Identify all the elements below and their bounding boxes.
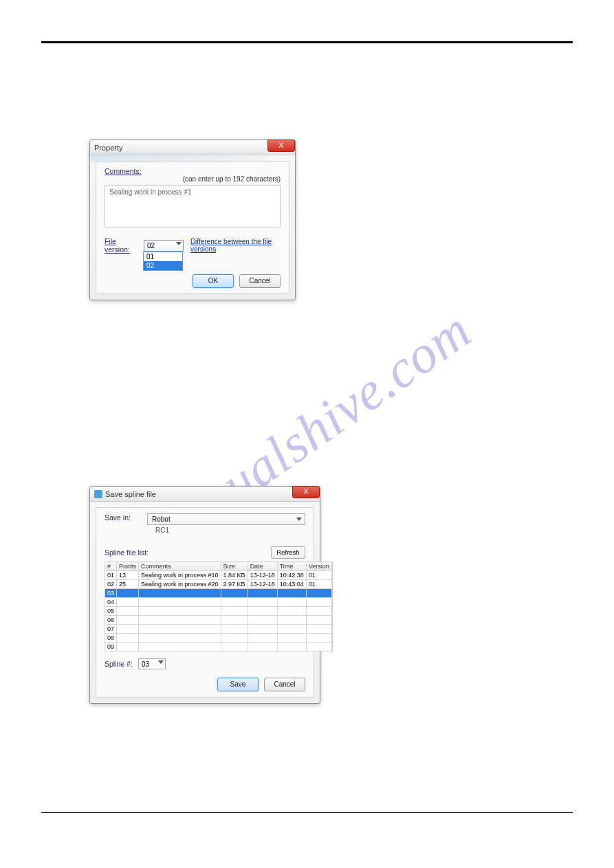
table-cell	[248, 625, 277, 634]
table-row[interactable]: 05	[105, 607, 332, 616]
table-row[interactable]: 07	[105, 625, 332, 634]
table-row[interactable]: 0225Sealing work in process #202.97 KB13…	[105, 580, 332, 589]
property-title: Property	[94, 144, 123, 152]
close-icon: X	[278, 141, 283, 149]
property-body: Comments: (can enter up to 192 character…	[96, 161, 289, 294]
table-row[interactable]: 08	[105, 634, 332, 643]
table-cell	[139, 598, 221, 607]
table-cell: 09	[105, 643, 117, 652]
save-spline-dialog: Save spline file X Save in: Robot RC1 Sp…	[89, 486, 320, 704]
col-date[interactable]: Date	[248, 562, 277, 571]
table-cell: 13-12-18	[248, 571, 277, 580]
property-dialog: Property X Comments: (can enter up to 19…	[89, 140, 296, 300]
close-button[interactable]: X	[267, 140, 295, 152]
table-cell	[277, 607, 306, 616]
table-cell	[221, 634, 248, 643]
table-cell: Sealing work in process #20	[139, 580, 221, 589]
table-cell: 13-12-18	[248, 580, 277, 589]
table-cell	[221, 616, 248, 625]
table-cell	[277, 616, 306, 625]
spline-number-value: 03	[142, 660, 149, 668]
spline-list-label: Spline file list:	[105, 548, 149, 557]
save-in-wrap: Robot RC1	[147, 513, 305, 539]
table-cell	[221, 643, 248, 652]
col-id[interactable]: #	[105, 562, 117, 571]
spline-table-wrap: # Points Comments Size Date Time Version…	[105, 561, 305, 652]
save-spline-buttons: Save Cancel	[105, 678, 305, 691]
table-cell	[117, 589, 139, 598]
table-cell	[139, 643, 221, 652]
col-comments[interactable]: Comments	[139, 562, 221, 571]
file-version-diff-link[interactable]: Difference between the file versions	[190, 238, 281, 253]
file-version-dropdown[interactable]: 02	[144, 240, 184, 252]
table-cell: 01	[306, 571, 331, 580]
table-cell	[277, 643, 306, 652]
table-cell	[139, 607, 221, 616]
table-cell	[277, 625, 306, 634]
table-row[interactable]: 06	[105, 616, 332, 625]
save-button[interactable]: Save	[217, 678, 259, 691]
table-row[interactable]: 03	[105, 589, 332, 598]
list-header-row: Spline file list: Refresh	[105, 546, 305, 559]
table-cell: 13	[117, 571, 139, 580]
file-version-popup: 01 02	[143, 252, 183, 271]
col-points[interactable]: Points	[117, 562, 139, 571]
spline-number-dropdown[interactable]: 03	[138, 658, 166, 669]
table-cell	[117, 607, 139, 616]
table-cell: 04	[105, 598, 117, 607]
table-cell: 02	[105, 580, 117, 589]
table-cell	[248, 643, 277, 652]
table-cell	[117, 643, 139, 652]
table-cell	[306, 616, 331, 625]
spline-number-label: Spline #:	[105, 660, 133, 668]
close-button[interactable]: X	[292, 486, 320, 498]
col-version[interactable]: Version	[306, 562, 331, 571]
table-cell	[277, 598, 306, 607]
cancel-button[interactable]: Cancel	[239, 274, 281, 288]
table-cell: 08	[105, 634, 117, 643]
save-in-dropdown[interactable]: Robot	[147, 513, 305, 525]
table-cell	[221, 589, 248, 598]
table-cell: 10:42:38	[277, 571, 306, 580]
col-size[interactable]: Size	[221, 562, 248, 571]
chevron-down-icon	[296, 518, 302, 521]
table-cell	[221, 625, 248, 634]
table-cell	[248, 607, 277, 616]
page-bottom-rule	[41, 812, 573, 813]
save-spline-titlebar: Save spline file X	[90, 487, 320, 502]
titlebar-blur	[90, 153, 267, 162]
table-cell	[277, 634, 306, 643]
chevron-down-icon	[176, 242, 182, 245]
refresh-button[interactable]: Refresh	[271, 546, 305, 559]
spline-table: # Points Comments Size Date Time Version…	[105, 561, 332, 652]
table-row[interactable]: 09	[105, 643, 332, 652]
table-cell	[221, 598, 248, 607]
table-header-row: # Points Comments Size Date Time Version	[105, 562, 332, 571]
save-in-sub: RC1	[147, 526, 305, 534]
cancel-button[interactable]: Cancel	[264, 678, 305, 691]
table-row[interactable]: 04	[105, 598, 332, 607]
ok-button[interactable]: OK	[193, 274, 234, 288]
table-cell	[306, 598, 331, 607]
table-cell	[117, 598, 139, 607]
save-spline-title: Save spline file	[105, 490, 156, 498]
table-cell	[117, 625, 139, 634]
app-icon	[94, 490, 102, 498]
page-top-rule	[41, 41, 573, 43]
table-cell	[248, 616, 277, 625]
file-version-value: 02	[147, 242, 155, 249]
table-cell	[248, 598, 277, 607]
file-version-row: File version: 02 01 02 Difference betwee…	[105, 237, 281, 254]
table-cell	[306, 643, 331, 652]
file-version-option-01[interactable]: 01	[144, 252, 182, 261]
table-row[interactable]: 0113Sealing work in process #101.84 KB13…	[105, 571, 332, 580]
table-cell	[139, 589, 221, 598]
table-scrollbar[interactable]	[332, 561, 333, 652]
property-titlebar: Property X	[90, 140, 295, 155]
col-time[interactable]: Time	[277, 562, 306, 571]
file-version-option-02[interactable]: 02	[144, 261, 182, 270]
file-version-dd-wrap: 02 01 02	[144, 240, 184, 252]
comments-input[interactable]	[105, 185, 281, 227]
table-cell	[306, 589, 331, 598]
save-in-value: Robot	[152, 515, 171, 523]
